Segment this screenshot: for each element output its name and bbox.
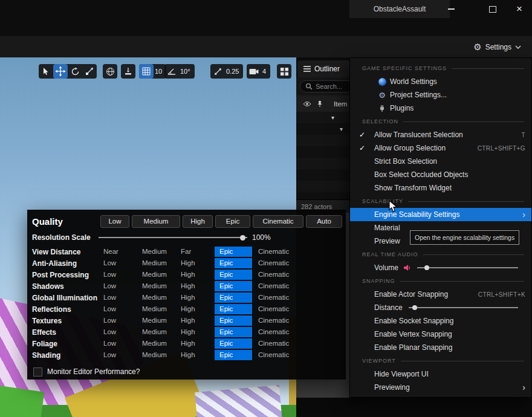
quality-option-selected[interactable]: Epic bbox=[215, 258, 252, 268]
rotation-snap-toggle[interactable] bbox=[164, 64, 179, 79]
quality-option[interactable]: Medium bbox=[137, 350, 175, 360]
menu-item-previewing[interactable]: Previewing › bbox=[350, 381, 531, 394]
quality-option[interactable]: Medium bbox=[137, 281, 175, 291]
quality-option[interactable]: High bbox=[176, 281, 213, 291]
quality-option[interactable]: Cinematic bbox=[253, 247, 307, 257]
quality-option[interactable]: Medium bbox=[137, 270, 175, 280]
quality-option-selected[interactable]: Epic bbox=[215, 281, 252, 291]
select-tool-button[interactable] bbox=[39, 64, 53, 79]
menu-item-strict-box-selection[interactable]: Strict Box Selection bbox=[350, 155, 531, 168]
quality-option[interactable]: High bbox=[176, 315, 213, 326]
quality-option-selected[interactable]: Epic bbox=[215, 247, 252, 257]
maximize-viewport-button[interactable] bbox=[277, 64, 291, 79]
quality-option[interactable]: Cinematic bbox=[253, 338, 307, 349]
volume-slider[interactable] bbox=[417, 264, 518, 271]
slider-track[interactable] bbox=[409, 307, 518, 308]
menu-item-engine-scalability-settings[interactable]: Engine Scalability Settings › bbox=[350, 208, 531, 221]
preset-epic-button[interactable]: Epic bbox=[215, 215, 250, 228]
quality-option[interactable]: High bbox=[176, 350, 213, 360]
quality-option-selected[interactable]: Epic bbox=[215, 350, 252, 360]
quality-option[interactable]: Cinematic bbox=[253, 327, 307, 337]
quality-option[interactable]: Low bbox=[99, 293, 136, 303]
quality-option[interactable]: Medium bbox=[137, 327, 175, 337]
item-column-label[interactable]: Item bbox=[334, 100, 347, 108]
quality-option[interactable]: Low bbox=[99, 338, 136, 349]
quality-option[interactable]: Low bbox=[99, 281, 136, 291]
quality-option[interactable]: High bbox=[176, 338, 213, 349]
quality-option[interactable]: Low bbox=[99, 350, 136, 360]
quality-option[interactable]: Cinematic bbox=[253, 258, 307, 268]
quality-option[interactable]: Medium bbox=[137, 293, 175, 303]
menu-item-enable-actor-snapping[interactable]: Enable Actor Snapping CTRL+SHIFT+K bbox=[350, 288, 531, 301]
settings-button[interactable]: ⚙ Settings bbox=[473, 40, 521, 54]
preset-high-button[interactable]: High bbox=[183, 215, 213, 228]
quality-option[interactable]: Cinematic bbox=[253, 350, 307, 360]
menu-item-hide-viewport-ui[interactable]: Hide Viewport UI bbox=[350, 367, 531, 381]
menu-item-allow-translucent-selection[interactable]: ✓ Allow Translucent Selection T bbox=[350, 128, 531, 141]
quality-option[interactable]: Low bbox=[99, 270, 136, 280]
quality-option[interactable]: Medium bbox=[137, 338, 175, 349]
quality-option-selected[interactable]: Epic bbox=[215, 270, 252, 280]
rotate-tool-button[interactable] bbox=[68, 64, 82, 79]
surface-snapping-button[interactable] bbox=[121, 64, 135, 79]
quality-option[interactable]: Cinematic bbox=[253, 315, 307, 326]
camera-speed-value[interactable]: 4 bbox=[261, 68, 270, 75]
menu-item-world-settings[interactable]: World Settings bbox=[350, 75, 531, 88]
maximize-button[interactable] bbox=[484, 0, 502, 18]
quality-option[interactable]: Low bbox=[99, 304, 136, 314]
preset-low-button[interactable]: Low bbox=[100, 215, 129, 228]
quality-option[interactable]: Medium bbox=[137, 304, 175, 314]
menu-item-volume[interactable]: Volume bbox=[350, 261, 531, 274]
tree-expand-caret-icon[interactable]: ▾ bbox=[340, 126, 343, 132]
quality-option[interactable]: Medium bbox=[137, 258, 175, 268]
preset-cinematic-button[interactable]: Cinematic bbox=[253, 215, 303, 228]
menu-item-distance[interactable]: Distance bbox=[350, 301, 531, 314]
menu-item-box-select-occluded[interactable]: Box Select Occluded Objects bbox=[350, 168, 531, 181]
menu-item-enable-planar-snapping[interactable]: Enable Planar Snapping bbox=[350, 341, 531, 354]
world-coordinate-button[interactable] bbox=[103, 64, 117, 79]
move-tool-button[interactable] bbox=[53, 64, 68, 79]
scale-tool-button[interactable] bbox=[82, 64, 97, 79]
visibility-eye-icon[interactable] bbox=[302, 101, 312, 107]
menu-item-enable-vertex-snapping[interactable]: Enable Vertex Snapping bbox=[350, 328, 531, 341]
menu-item-plugins[interactable]: Plugins bbox=[350, 102, 531, 115]
menu-item-allow-group-selection[interactable]: ✓ Allow Group Selection CTRL+SHIFT+G bbox=[350, 141, 531, 155]
project-title-tab[interactable]: ObstacleAssault bbox=[349, 0, 450, 18]
scale-snap-toggle[interactable] bbox=[210, 64, 225, 79]
minimize-button[interactable] bbox=[442, 0, 460, 18]
menu-item-show-transform-widget[interactable]: Show Transform Widget bbox=[350, 181, 531, 195]
resolution-scale-slider[interactable] bbox=[99, 234, 247, 241]
quality-option[interactable]: Medium bbox=[137, 247, 175, 257]
quality-option-selected[interactable]: Epic bbox=[215, 338, 252, 349]
distance-slider[interactable] bbox=[409, 304, 518, 311]
quality-option[interactable]: High bbox=[176, 293, 213, 303]
quality-option[interactable]: Cinematic bbox=[253, 281, 307, 291]
quality-option[interactable]: Cinematic bbox=[253, 270, 307, 280]
scale-snap-value[interactable]: 0.25 bbox=[225, 68, 243, 75]
quality-option[interactable]: Cinematic bbox=[253, 304, 307, 314]
quality-option-selected[interactable]: Epic bbox=[215, 327, 252, 337]
quality-option[interactable]: Medium bbox=[137, 315, 175, 326]
menu-item-project-settings[interactable]: ⚙ Project Settings... bbox=[350, 88, 531, 102]
close-button[interactable]: × bbox=[510, 0, 528, 18]
pin-icon[interactable] bbox=[317, 100, 323, 108]
quality-option[interactable]: High bbox=[176, 270, 213, 280]
quality-option[interactable]: High bbox=[176, 258, 213, 268]
quality-option[interactable]: Low bbox=[99, 327, 136, 337]
tree-expand-caret-icon[interactable]: ▾ bbox=[331, 114, 334, 121]
slider-handle[interactable] bbox=[424, 265, 429, 270]
quality-option-selected[interactable]: Epic bbox=[215, 293, 252, 303]
quality-option[interactable]: Far bbox=[176, 247, 213, 257]
quality-option[interactable]: Low bbox=[99, 315, 136, 326]
rotation-snap-value[interactable]: 10° bbox=[179, 68, 195, 75]
quality-option[interactable]: Near bbox=[99, 247, 136, 257]
slider-track[interactable] bbox=[417, 267, 518, 268]
preset-auto-button[interactable]: Auto bbox=[306, 215, 342, 228]
monitor-performance-checkbox[interactable] bbox=[33, 367, 42, 377]
preset-medium-button[interactable]: Medium bbox=[132, 215, 180, 228]
quality-option-selected[interactable]: Epic bbox=[215, 315, 252, 326]
quality-option[interactable]: Cinematic bbox=[253, 293, 307, 303]
slider-handle[interactable] bbox=[240, 235, 245, 241]
menu-item-enable-socket-snapping[interactable]: Enable Socket Snapping bbox=[350, 314, 531, 328]
slider-track[interactable] bbox=[99, 237, 247, 238]
